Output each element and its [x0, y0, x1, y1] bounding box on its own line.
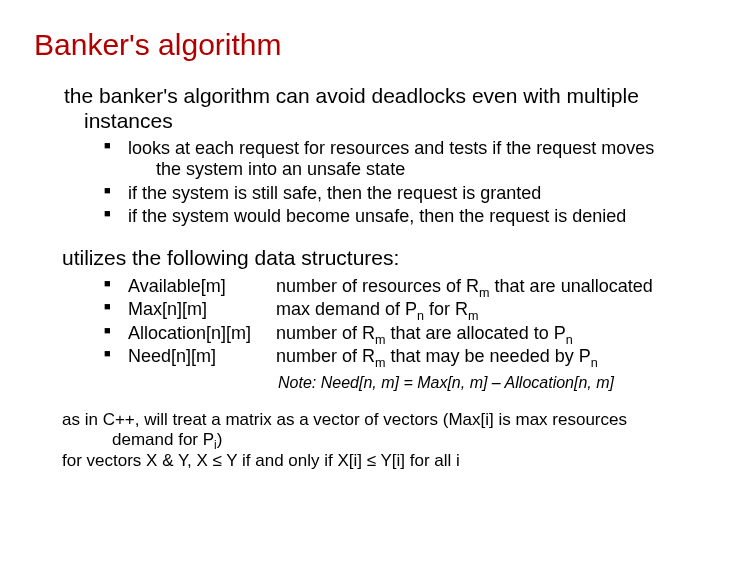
text: max demand of P — [276, 299, 417, 319]
text: that are unallocated — [490, 276, 653, 296]
subscript: m — [468, 309, 479, 323]
subscript: m — [479, 285, 490, 299]
ds-name: Available[m] — [128, 275, 276, 298]
text: number of R — [276, 323, 375, 343]
text: if the system would become unsafe, then … — [128, 206, 626, 226]
text: number of resources of R — [276, 276, 479, 296]
ds-desc: number of Rm that are allocated to Pn — [276, 322, 722, 345]
note-line: Note: Need[n, m] = Max[n, m] – Allocatio… — [278, 374, 722, 392]
text: the system into an unsafe state — [128, 159, 722, 181]
footer-line: for vectors X & Y, X ≤ Y if and only if … — [62, 451, 722, 472]
slide: Banker's algorithm the banker's algorith… — [0, 0, 756, 576]
footer-notes: as in C++, will treat a matrix as a vect… — [62, 410, 722, 472]
ds-desc: number of Rm that may be needed by Pn — [276, 345, 722, 368]
footer-line: as in C++, will treat a matrix as a vect… — [62, 410, 722, 451]
text: that may be needed by P — [386, 346, 591, 366]
intro-bullets: looks at each request for resources and … — [104, 138, 722, 228]
intro-paragraph: the banker's algorithm can avoid deadloc… — [64, 84, 722, 134]
ds-desc: number of resources of Rm that are unall… — [276, 275, 722, 298]
subscript: n — [591, 356, 598, 370]
text: demand for P — [112, 430, 214, 449]
slide-title: Banker's algorithm — [34, 28, 722, 62]
bullet-item: looks at each request for resources and … — [104, 138, 722, 181]
text: instances — [64, 109, 722, 134]
bullet-item: if the system is still safe, then the re… — [104, 183, 722, 205]
subscript: n — [566, 332, 573, 346]
subscript: m — [375, 356, 386, 370]
data-structures-list: Available[m] number of resources of Rm t… — [104, 275, 722, 368]
utilizes-paragraph: utilizes the following data structures: — [62, 246, 722, 271]
ds-name: Max[n][m] — [128, 298, 276, 321]
ds-item-need: Need[n][m] number of Rm that may be need… — [104, 345, 722, 368]
ds-item-available: Available[m] number of resources of Rm t… — [104, 275, 722, 298]
subscript: m — [375, 332, 386, 346]
text: ) — [217, 430, 223, 449]
text: that are allocated to P — [386, 323, 566, 343]
text: for R — [424, 299, 468, 319]
ds-item-max: Max[n][m] max demand of Pn for Rm — [104, 298, 722, 321]
text: demand for Pi) — [62, 430, 722, 451]
ds-name: Need[n][m] — [128, 345, 276, 368]
text: number of R — [276, 346, 375, 366]
text: the banker's algorithm can avoid deadloc… — [64, 84, 639, 107]
ds-name: Allocation[n][m] — [128, 322, 276, 345]
bullet-item: if the system would become unsafe, then … — [104, 206, 722, 228]
text: if the system is still safe, then the re… — [128, 183, 541, 203]
ds-item-allocation: Allocation[n][m] number of Rm that are a… — [104, 322, 722, 345]
text: as in C++, will treat a matrix as a vect… — [62, 410, 627, 429]
text: looks at each request for resources and … — [128, 138, 654, 158]
ds-desc: max demand of Pn for Rm — [276, 298, 722, 321]
